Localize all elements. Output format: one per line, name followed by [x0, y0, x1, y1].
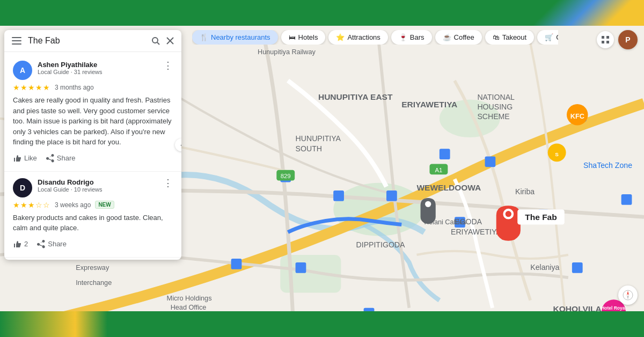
more-options-button[interactable]: ⋮ [163, 178, 173, 188]
svg-rect-63 [606, 36, 609, 39]
tab-attractions[interactable]: ⭐ Attractions [328, 30, 387, 45]
svg-text:KFC: KFC [570, 113, 584, 120]
reviewer-meta: Local Guide · 10 reviews [38, 186, 158, 193]
svg-rect-5 [333, 191, 344, 201]
svg-text:829: 829 [281, 173, 291, 179]
search-actions [150, 35, 175, 46]
svg-text:Micro Holdings: Micro Holdings [167, 295, 212, 302]
svg-rect-13 [572, 262, 583, 273]
takeout-icon: 🛍 [493, 33, 500, 41]
review-item: D Disandu Rodrigo Local Guide · 10 revie… [4, 172, 181, 258]
avatar: D [13, 178, 32, 197]
rating-row: ★★★☆☆ 3 weeks ago NEW [13, 201, 173, 209]
like-button[interactable]: 2 [13, 238, 28, 251]
svg-rect-8 [485, 156, 496, 167]
svg-text:Head Office: Head Office [171, 304, 207, 311]
like-icon [13, 240, 21, 248]
time-ago: 3 weeks ago [55, 201, 91, 209]
clear-button[interactable] [165, 36, 175, 46]
reviews-section: A Ashen Piyathilake Local Guide · 31 rev… [4, 52, 181, 260]
groceries-icon: 🛒 [545, 33, 553, 41]
reviewer-name: Ashen Piyathilake [38, 61, 158, 69]
restaurant-icon: 🍴 [200, 33, 208, 41]
search-button[interactable] [150, 35, 161, 46]
review-text: Cakes are really good in quality and fre… [13, 95, 173, 148]
share-button[interactable]: Share [36, 238, 67, 251]
new-badge: NEW [95, 201, 114, 209]
svg-text:ShaTech Zone: ShaTech Zone [583, 161, 632, 170]
attractions-icon: ⭐ [336, 33, 345, 41]
user-section: P [597, 30, 638, 49]
svg-text:Hotel Royal: Hotel Royal [601, 305, 626, 311]
tab-coffee[interactable]: ☕ Coffee [435, 30, 482, 45]
star-rating: ★★★★★ [13, 83, 50, 92]
svg-text:SCHEME: SCHEME [477, 112, 509, 121]
svg-rect-10 [296, 262, 306, 273]
svg-text:NATIONAL: NATIONAL [477, 93, 515, 101]
svg-rect-62 [602, 36, 604, 39]
svg-line-73 [157, 42, 159, 45]
svg-text:Interchange: Interchange [76, 279, 112, 287]
svg-rect-7 [440, 149, 450, 159]
google-apps-button[interactable] [597, 31, 614, 48]
svg-rect-70 [12, 40, 21, 41]
like-button[interactable]: Like [13, 152, 37, 165]
tab-groceries[interactable]: 🛒 Groceries [537, 30, 558, 45]
more-options-button[interactable]: ⋮ [163, 61, 173, 70]
svg-text:ERIYAWETIYA: ERIYAWETIYA [451, 228, 501, 236]
svg-text:Kiriba: Kiriba [515, 187, 535, 196]
share-icon [36, 240, 45, 248]
tab-bars[interactable]: 🍷 Bars [391, 30, 432, 45]
reviewer-info: Disandu Rodrigo Local Guide · 10 reviews [38, 178, 158, 193]
svg-rect-65 [606, 41, 609, 43]
svg-rect-6 [386, 191, 397, 201]
reviewer-info: Ashen Piyathilake Local Guide · 31 revie… [38, 61, 158, 75]
compass-button[interactable] [618, 285, 638, 305]
share-icon [46, 154, 54, 163]
tab-nearby-restaurants[interactable]: 🍴 Nearby restaurants [192, 30, 278, 45]
review-text: Bakery products and cakes in good taste.… [13, 213, 173, 233]
tab-hotels[interactable]: 🛏 Hotels [281, 30, 326, 45]
svg-text:HUNUPITIYA: HUNUPITIYA [296, 134, 341, 143]
svg-text:HUNUPITIYA EAST: HUNUPITIYA EAST [318, 92, 393, 101]
svg-point-59 [506, 211, 511, 217]
svg-rect-69 [12, 37, 21, 38]
search-panel: The Fab [4, 30, 181, 260]
tab-takeout[interactable]: 🛍 Takeout [485, 30, 535, 45]
svg-text:WEWELDOOWA: WEWELDOOWA [416, 183, 481, 192]
user-avatar[interactable]: P [618, 30, 638, 49]
review-actions: 2 Share [13, 238, 173, 251]
svg-text:ERIYAWETIYA: ERIYAWETIYA [401, 100, 457, 109]
star-rating: ★★★☆☆ [13, 201, 50, 209]
search-input[interactable]: The Fab [28, 36, 145, 46]
top-bar [0, 0, 644, 26]
share-button[interactable]: Share [46, 152, 76, 165]
svg-text:HOUSING: HOUSING [477, 102, 513, 111]
map-tabs: 🍴 Nearby restaurants 🛏 Hotels ⭐ Attracti… [192, 30, 558, 45]
search-bar: The Fab [4, 30, 181, 52]
svg-text:Kelaniya: Kelaniya [530, 263, 559, 272]
svg-text:S: S [555, 151, 559, 157]
coffee-icon: ☕ [443, 33, 451, 41]
hotels-icon: 🛏 [289, 33, 296, 41]
bars-icon: 🍷 [399, 33, 407, 41]
reviewer-name: Disandu Rodrigo [38, 178, 158, 186]
menu-button[interactable] [11, 36, 23, 46]
reviewer-header: A Ashen Piyathilake Local Guide · 31 rev… [13, 61, 173, 80]
svg-text:DIPPITIGODA: DIPPITIGODA [356, 240, 406, 249]
rating-row: ★★★★★ 3 months ago [13, 83, 173, 92]
svg-text:KOHOLVILA: KOHOLVILA [553, 304, 602, 311]
svg-point-56 [425, 201, 431, 207]
svg-point-72 [152, 38, 158, 43]
svg-text:SOUTH: SOUTH [296, 144, 322, 153]
svg-text:Expresway: Expresway [76, 264, 109, 272]
review-item: A Ashen Piyathilake Local Guide · 31 rev… [4, 54, 181, 172]
svg-text:The Fab: The Fab [525, 213, 557, 222]
svg-rect-64 [602, 41, 604, 43]
svg-text:A1: A1 [435, 167, 443, 173]
svg-rect-17 [231, 259, 242, 269]
reviewer-meta: Local Guide · 31 reviews [38, 69, 158, 75]
avatar: A [13, 61, 32, 80]
bottom-bar [0, 311, 644, 337]
review-actions: Like Share [13, 152, 173, 165]
